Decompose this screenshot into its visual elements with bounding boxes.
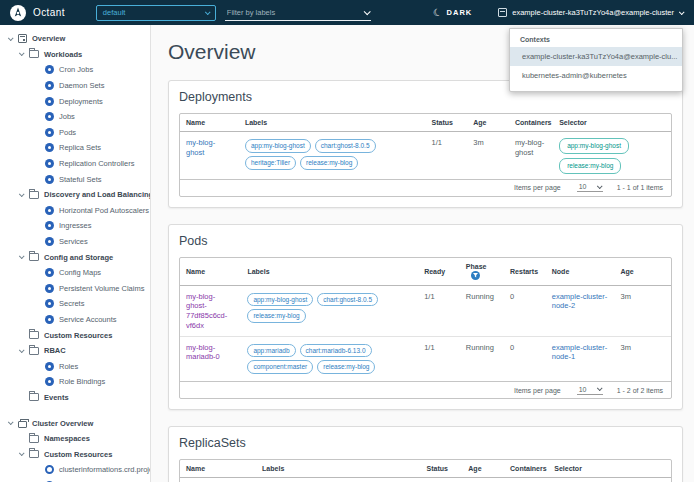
sidebar-item-custom-resources[interactable]: Custom Resources [0, 327, 150, 343]
sidebar-item-replication-controllers[interactable]: Replication Controllers [0, 156, 150, 172]
label-chip[interactable]: release:my-blog [247, 309, 305, 323]
sidebar-item-role-bindings[interactable]: Role Bindings [0, 374, 150, 390]
cell-link[interactable]: example-cluster-node-2 [552, 292, 607, 311]
sidebar-item-csidrivers-csi-storage-k8s-io[interactable]: csidrivers.csi.storage.k8s.io [0, 478, 150, 482]
sidebar-item-daemon-sets[interactable]: Daemon Sets [0, 78, 150, 94]
label-chip[interactable]: app:my-blog-ghost [247, 293, 313, 307]
caret-slot[interactable] [5, 37, 14, 41]
caret-slot[interactable] [16, 193, 25, 197]
column-header-status[interactable]: Status [421, 460, 463, 478]
context-option-kubernetes-admin-kubernetes[interactable]: kubernetes-admin@kubernetes [510, 66, 682, 85]
context-option-example-cluster-ka3tutzyo4a-example-clu[interactable]: example-cluster-ka3TuTzYo4a@example-clu.… [510, 47, 682, 66]
filter-icon[interactable] [471, 271, 480, 280]
cell-link[interactable]: my-blog-ghost [186, 138, 215, 157]
sidebar-item-secrets[interactable]: Secrets [0, 296, 150, 312]
data-table: NameLabelsStatusAgeContainersSelectormy-… [180, 114, 671, 180]
table-row: my-blog-mariadb-0app:mariadbchart:mariad… [180, 336, 671, 382]
namespace-select[interactable]: default [96, 5, 216, 21]
sidebar-item-persistent-volume-claims[interactable]: Persistent Volume Claims [0, 281, 150, 297]
label-chip[interactable]: release:my-blog [300, 156, 358, 170]
sidebar-item-config-and-storage[interactable]: Config and Storage [0, 249, 150, 265]
context-selector-button[interactable]: example-cluster-ka3TuTzYo4a@example-clus… [498, 8, 683, 17]
column-label: Status [427, 465, 448, 472]
column-label: Name [186, 465, 205, 472]
label-chip[interactable]: component:master [247, 360, 313, 374]
sidebar-item-namespaces[interactable]: Namespaces [0, 431, 150, 447]
column-header-selector[interactable]: Selector [548, 460, 671, 478]
sidebar-item-ingresses[interactable]: Ingresses [0, 218, 150, 234]
sidebar-nav: OverviewWorkloadsCron JobsDaemon SetsDep… [0, 25, 151, 482]
label-chip[interactable]: heritage:Tiller [245, 156, 296, 170]
column-header-age[interactable]: Age [615, 258, 671, 286]
pagination-range: 1 - 2 of 2 items [617, 387, 663, 394]
cell-link[interactable]: example-cluster-node-1 [552, 343, 607, 362]
label-chip[interactable]: release:my-blog [317, 360, 375, 374]
sidebar-item-label: Discovery and Load Balancing [44, 190, 151, 199]
sidebar-item-events[interactable]: Events [0, 390, 150, 406]
label-chip[interactable]: app:my-blog-ghost [245, 139, 311, 153]
caret-slot[interactable] [16, 452, 25, 456]
sidebar-item-clusterinformations-crd-projec[interactable]: clusterinformations.crd.projec [0, 462, 150, 478]
selector-chip[interactable]: release:my-blog [559, 158, 621, 174]
column-header-selector[interactable]: Selector [553, 114, 671, 132]
sidebar-item-workloads[interactable]: Workloads [0, 47, 150, 63]
resource-icon [45, 128, 54, 137]
caret-slot[interactable] [16, 52, 25, 56]
sidebar-item-cron-jobs[interactable]: Cron Jobs [0, 62, 150, 78]
resource-icon [45, 268, 54, 277]
cell-text: my-blog-ghost [509, 132, 553, 180]
label-chip[interactable]: chart:mariadb-6.13.0 [300, 344, 372, 358]
column-header-ready[interactable]: Ready [418, 258, 460, 286]
theme-toggle-button[interactable]: ☾ DARK [433, 7, 473, 18]
column-header-name[interactable]: Name [180, 460, 256, 478]
page-size-select[interactable]: 10 [577, 183, 603, 192]
column-header-labels[interactable]: Labels [256, 460, 420, 478]
sidebar-item-services[interactable]: Services [0, 234, 150, 250]
sidebar-item-label: RBAC [44, 346, 66, 355]
column-header-age[interactable]: Age [462, 460, 504, 478]
sidebar-item-custom-resources[interactable]: Custom Resources [0, 446, 150, 462]
header-row: NameLabelsStatusAgeContainersSelector [180, 460, 671, 478]
label-chip[interactable]: chart:ghost-8.0.5 [317, 293, 378, 307]
sidebar-item-horizontal-pod-autoscalers[interactable]: Horizontal Pod Autoscalers [0, 203, 150, 219]
page-size-select[interactable]: 10 [577, 386, 603, 395]
column-header-name[interactable]: Name [180, 114, 239, 132]
column-header-restarts[interactable]: Restarts [504, 258, 546, 286]
column-header-containers[interactable]: Containers [504, 460, 548, 478]
sidebar-item-config-maps[interactable]: Config Maps [0, 265, 150, 281]
sidebar-item-roles[interactable]: Roles [0, 358, 150, 374]
column-header-labels[interactable]: Labels [241, 258, 418, 286]
sidebar-item-discovery-and-load-balancing[interactable]: Discovery and Load Balancing [0, 187, 150, 203]
sidebar-item-service-accounts[interactable]: Service Accounts [0, 312, 150, 328]
sidebar-item-deployments[interactable]: Deployments [0, 93, 150, 109]
column-header-labels[interactable]: Labels [239, 114, 426, 132]
sidebar-item-rbac[interactable]: RBAC [0, 343, 150, 359]
column-label: Labels [245, 119, 267, 126]
cell-link[interactable]: my-blog-ghost-77df85c6cd-vf6dx [186, 292, 227, 330]
label-chip[interactable]: app:mariadb [247, 344, 295, 358]
caret-slot[interactable] [16, 349, 25, 353]
selector-chip[interactable]: app:my-blog-ghost [559, 138, 629, 154]
card-title: ReplicaSets [179, 436, 672, 450]
caret-slot[interactable] [5, 421, 14, 425]
label-chip[interactable]: chart:ghost-8.0.5 [315, 139, 376, 153]
sidebar-item-replica-sets[interactable]: Replica Sets [0, 140, 150, 156]
column-header-node[interactable]: Node [546, 258, 615, 286]
column-header-phase[interactable]: Phase [460, 258, 504, 286]
sidebar-item-jobs[interactable]: Jobs [0, 109, 150, 125]
column-header-containers[interactable]: Containers [509, 114, 553, 132]
label-filter-input[interactable] [227, 8, 347, 17]
sidebar-item-cluster-overview[interactable]: Cluster Overview [0, 415, 150, 431]
sidebar-item-pods[interactable]: Pods [0, 125, 150, 141]
chevron-down-icon[interactable] [364, 8, 371, 15]
caret-slot[interactable] [16, 255, 25, 259]
resource-icon [45, 377, 54, 386]
column-header-name[interactable]: Name [180, 258, 241, 286]
column-header-age[interactable]: Age [467, 114, 509, 132]
crd-icon [45, 465, 54, 474]
sidebar-item-overview[interactable]: Overview [0, 31, 150, 47]
column-header-status[interactable]: Status [425, 114, 467, 132]
sidebar-item-stateful-sets[interactable]: Stateful Sets [0, 171, 150, 187]
card-deployments: DeploymentsNameLabelsStatusAgeContainers… [168, 80, 683, 208]
cell-link[interactable]: my-blog-mariadb-0 [186, 343, 220, 362]
